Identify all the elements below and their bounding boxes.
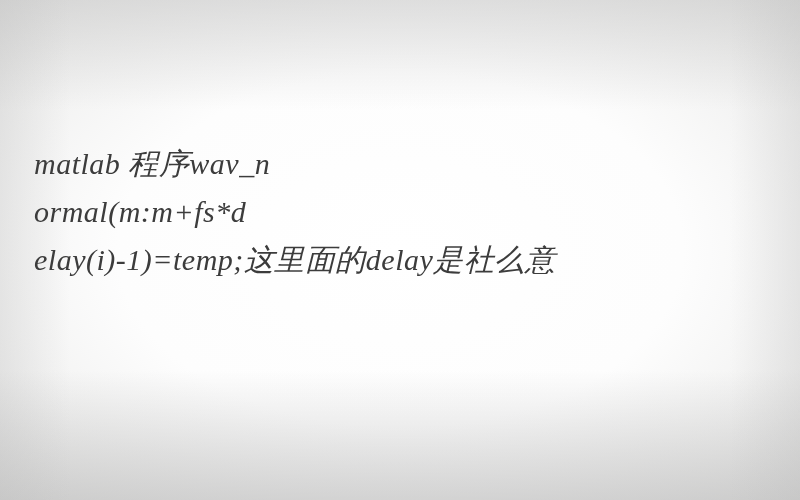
text-line-3: elay(i)-1)=temp;这里面的delay是社么意: [34, 236, 760, 284]
vignette-top: [0, 0, 800, 110]
text-line-1-content: matlab 程序wav_n: [34, 147, 270, 180]
text-line-2: ormal(m:m+fs*d: [34, 188, 760, 236]
text-line-1: matlab 程序wav_n: [34, 140, 760, 188]
vignette-bottom: [0, 370, 800, 500]
question-text-block: matlab 程序wav_n ormal(m:m+fs*d elay(i)-1)…: [34, 140, 760, 284]
text-line-3-content: elay(i)-1)=temp;这里面的delay是社么意: [34, 243, 555, 276]
document-page: matlab 程序wav_n ormal(m:m+fs*d elay(i)-1)…: [0, 0, 800, 500]
text-line-2-content: ormal(m:m+fs*d: [34, 195, 246, 228]
